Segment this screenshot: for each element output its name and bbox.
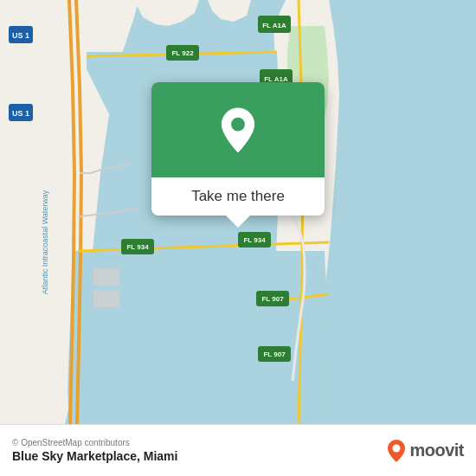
bottom-bar: © OpenStreetMap contributors Blue Sky Ma… (0, 424, 476, 476)
svg-point-12 (231, 117, 245, 131)
svg-text:US 1: US 1 (12, 31, 29, 40)
svg-text:FL 907: FL 907 (261, 295, 284, 303)
location-pin-icon (217, 106, 259, 154)
moovit-brand-name: moovit (409, 441, 464, 460)
svg-text:FL 907: FL 907 (263, 351, 286, 358)
svg-rect-10 (93, 268, 119, 286)
svg-text:FL 934: FL 934 (243, 236, 266, 244)
svg-text:FL 922: FL 922 (171, 49, 194, 57)
svg-text:US 1: US 1 (12, 109, 29, 118)
osm-attribution: © OpenStreetMap contributors (12, 438, 177, 447)
svg-text:FL 934: FL 934 (126, 243, 149, 251)
map-container: Atlantic Intracoastal Waterway US 1 US 1… (0, 0, 476, 424)
popup-card: Take me there (151, 82, 325, 215)
svg-point-13 (393, 444, 401, 452)
take-me-there-button[interactable]: Take me there (191, 188, 285, 204)
popup-label-area[interactable]: Take me there (151, 177, 325, 215)
svg-text:FL A1A: FL A1A (262, 22, 286, 29)
waterway-label: Atlantic Intracoastal Waterway (41, 190, 49, 294)
bottom-left-info: © OpenStreetMap contributors Blue Sky Ma… (12, 438, 177, 463)
popup-green-area (151, 82, 325, 177)
location-name: Blue Sky Marketplace, Miami (12, 449, 177, 463)
moovit-logo[interactable]: moovit (387, 439, 464, 463)
moovit-pin-icon (387, 439, 406, 463)
svg-rect-11 (93, 290, 119, 307)
